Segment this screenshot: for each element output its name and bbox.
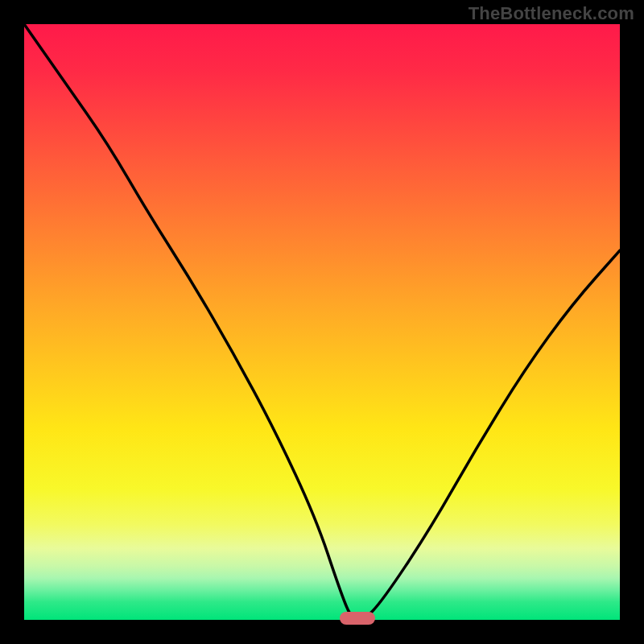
plot-area bbox=[24, 24, 620, 620]
minimum-marker bbox=[340, 612, 375, 625]
watermark-text: TheBottleneck.com bbox=[469, 3, 634, 24]
chart-container: TheBottleneck.com bbox=[0, 0, 644, 644]
bottleneck-curve bbox=[24, 24, 620, 620]
